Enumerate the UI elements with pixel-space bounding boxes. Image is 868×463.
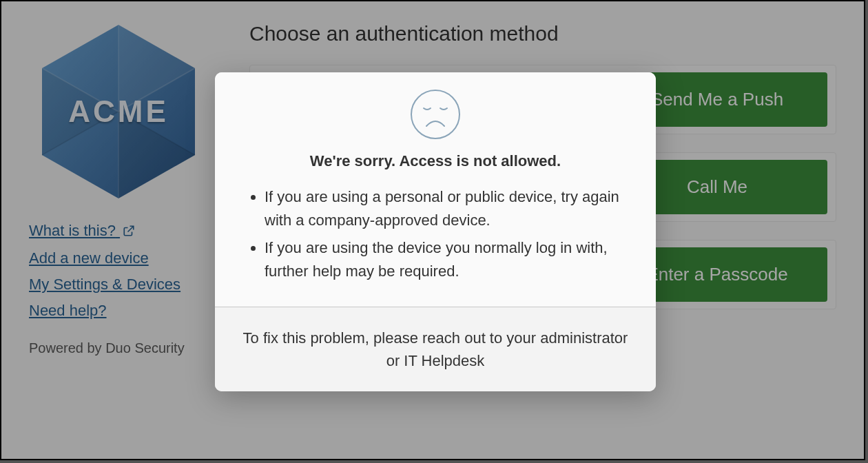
modal-bullet: If you are using a personal or public de…	[265, 185, 630, 232]
access-denied-modal: We're sorry. Access is not allowed. If y…	[215, 72, 656, 391]
sad-face-icon	[410, 89, 461, 140]
modal-bullet-list: If you are using a personal or public de…	[241, 185, 630, 283]
svg-point-7	[411, 90, 459, 138]
modal-body: We're sorry. Access is not allowed. If y…	[215, 72, 656, 307]
modal-footer-text: To fix this problem, please reach out to…	[215, 307, 656, 391]
modal-title: We're sorry. Access is not allowed.	[241, 152, 630, 170]
modal-bullet: If you are using the device you normally…	[265, 236, 630, 283]
